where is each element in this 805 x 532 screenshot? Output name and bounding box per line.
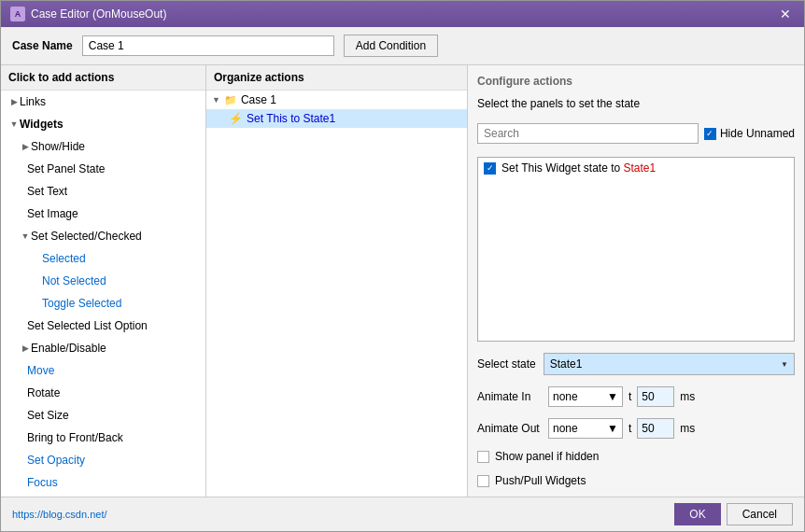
not-selected-label: Not Selected [42,274,106,287]
sidebar-item-move[interactable]: Move [1,359,205,382]
set-selected-label: Set Selected/Checked [31,230,142,243]
set-text-label: Set Text [27,185,67,198]
sidebar-item-set-text[interactable]: Set Text [1,180,205,203]
hide-unnamed-label: Hide Unnamed [720,127,795,140]
case-root-row[interactable]: ▼ 📁 Case 1 [206,91,467,109]
sidebar-item-set-selected-list[interactable]: Set Selected List Option [1,315,205,337]
sidebar-item-toggle-selected[interactable]: Toggle Selected [1,292,205,315]
bottom-bar: https://blog.csdn.net/ OK Cancel [1,497,804,531]
show-panel-row: Show panel if hidden [477,450,795,463]
organize-header: Organize actions [206,65,467,91]
left-panel-header: Click to add actions [1,65,205,91]
widget-list: ✓ Set This Widget state to State1 [477,157,795,342]
push-pull-label: Push/Pull Widgets [495,474,586,487]
animate-out-ms-label: ms [680,422,695,435]
animate-out-t-input[interactable] [637,418,674,439]
sidebar-item-enable-disable[interactable]: ▶ Enable/Disable [1,337,205,359]
rotate-label: Rotate [27,386,60,399]
middle-panel: Organize actions ▼ 📁 Case 1 ⚡ Set This t… [206,65,468,497]
state-dropdown-value: State1 [550,357,583,371]
focus-label: Focus [27,476,58,489]
bring-front-back-label: Bring to Front/Back [27,431,123,444]
selected-label: Selected [42,252,86,265]
search-row: ✓ Hide Unnamed [477,123,795,144]
case-name-label: Case Name [12,39,73,52]
case-tree: ▼ 📁 Case 1 ⚡ Set This to State1 [206,91,467,497]
case-action-row[interactable]: ⚡ Set This to State1 [206,109,467,128]
sidebar-item-focus[interactable]: Focus [1,471,205,494]
main-content: Click to add actions ▶ Links ▼ Wid [1,65,804,497]
expand-icon-set-selected: ▼ [20,231,31,242]
expand-icon-show-hide: ▶ [20,141,31,152]
show-hide-label: Show/Hide [31,140,85,153]
sidebar-item-selected[interactable]: Selected [1,247,205,270]
case-expand-icon: ▼ [212,95,220,105]
animate-out-label: Animate Out [477,422,543,435]
sidebar-item-set-size[interactable]: Set Size [1,404,205,427]
state-dropdown[interactable]: State1 ▼ [544,353,795,375]
case-label: Case 1 [241,93,276,106]
add-condition-button[interactable]: Add Condition [344,35,438,57]
sidebar-item-links[interactable]: ▶ Links [1,91,205,113]
sidebar-item-show-hide[interactable]: ▶ Show/Hide [1,135,205,158]
dropdown-arrow-icon: ▼ [781,360,788,369]
left-panel: Click to add actions ▶ Links ▼ Wid [1,65,206,497]
widget-state-value: State1 [624,161,657,175]
widget-row[interactable]: ✓ Set This Widget state to State1 [478,158,794,178]
case-name-input[interactable] [82,35,334,56]
select-panels-label: Select the panels to set the state [477,97,795,110]
app-icon: A [10,7,25,21]
right-panel: Configure actions Select the panels to s… [468,65,804,497]
animate-in-ms-label: ms [680,390,695,403]
close-button[interactable]: ✕ [776,7,795,21]
expand-icon-links: ▶ [8,96,20,107]
title-bar: A Case Editor (OnMouseOut) ✕ [1,1,804,27]
show-panel-label: Show panel if hidden [495,450,599,463]
set-opacity-label: Set Opacity [27,454,85,467]
lightning-icon: ⚡ [229,112,243,125]
widget-row-checkbox[interactable]: ✓ [484,162,496,175]
cancel-button[interactable]: Cancel [727,503,793,525]
sidebar-item-set-selected-checked[interactable]: ▼ Set Selected/Checked [1,225,205,247]
animate-out-row: Animate Out none ▼ t ms [477,418,795,439]
expand-icon-enable-disable: ▶ [20,343,31,354]
sidebar-item-not-selected[interactable]: Not Selected [1,270,205,292]
expand-icon-widgets: ▼ [8,119,20,130]
set-panel-state-label: Set Panel State [27,162,105,175]
enable-disable-label: Enable/Disable [31,342,106,355]
links-label: Links [20,95,46,108]
select-state-label: Select state [477,357,536,371]
animate-in-arrow-icon: ▼ [607,390,618,403]
animate-in-t-input[interactable] [637,386,674,407]
case-name-row: Case Name Add Condition [1,27,804,65]
animate-out-dropdown[interactable]: none ▼ [548,418,623,439]
animate-out-value: none [553,422,578,435]
left-panel-scroll-container[interactable]: ▶ Links ▼ Widgets ▶ [1,91,205,497]
title-bar-left: A Case Editor (OnMouseOut) [10,7,166,21]
hide-unnamed-row: ✓ Hide Unnamed [704,127,795,140]
sidebar-item-set-panel-state[interactable]: Set Panel State [1,158,205,180]
widget-row-label: Set This Widget state to State1 [501,161,656,175]
animate-in-row: Animate In none ▼ t ms [477,386,795,407]
sidebar-item-rotate[interactable]: Rotate [1,382,205,404]
ok-button[interactable]: OK [674,503,720,525]
action-label: Set This to State1 [247,112,335,125]
push-pull-checkbox[interactable] [477,475,489,487]
case-editor-window: A Case Editor (OnMouseOut) ✕ Case Name A… [0,0,805,532]
sidebar-item-set-opacity[interactable]: Set Opacity [1,449,205,471]
set-image-label: Set Image [27,207,78,220]
sidebar-item-set-image[interactable]: Set Image [1,203,205,225]
animate-in-dropdown[interactable]: none ▼ [548,386,623,407]
animate-in-label: Animate In [477,390,543,403]
configure-header: Configure actions [477,75,795,88]
url-hint: https://blog.csdn.net/ [12,509,669,520]
show-panel-checkbox[interactable] [477,451,489,463]
select-state-row: Select state State1 ▼ [477,353,795,375]
animate-in-value: none [553,390,578,403]
hide-unnamed-checkbox[interactable]: ✓ [704,128,716,140]
sidebar-item-bring-front-back[interactable]: Bring to Front/Back [1,427,205,449]
sidebar-item-widgets[interactable]: ▼ Widgets [1,113,205,135]
animate-out-t-label: t [628,422,631,435]
case-folder-icon: 📁 [224,94,237,106]
search-input[interactable] [477,123,699,144]
